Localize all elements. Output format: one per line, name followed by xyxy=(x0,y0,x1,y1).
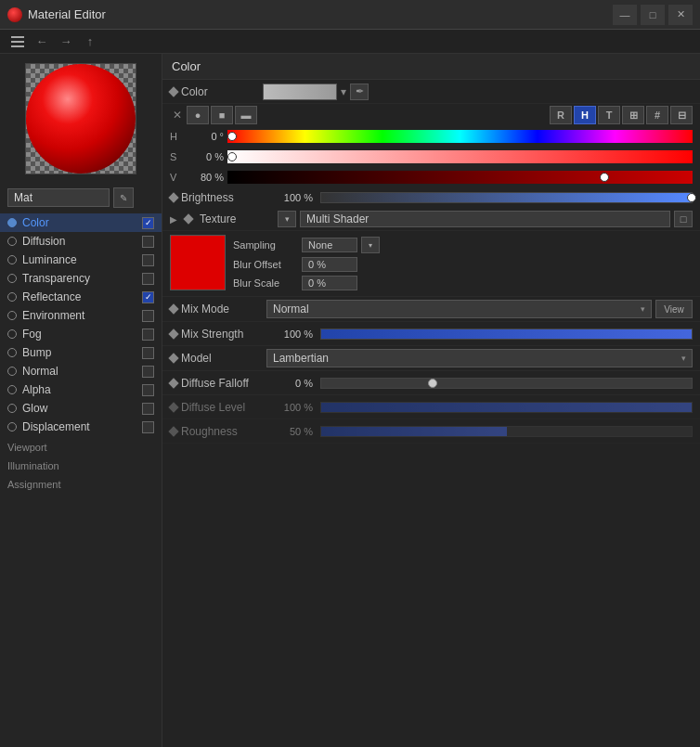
sampling-dropdown-button[interactable]: ▾ xyxy=(361,237,380,253)
eyedropper-button[interactable]: ✒ xyxy=(350,84,369,100)
channel-checkbox-glow[interactable] xyxy=(142,403,154,415)
maximize-button[interactable]: □ xyxy=(641,5,665,25)
brightness-slider[interactable] xyxy=(320,192,693,203)
channel-checkbox-diffusion[interactable] xyxy=(142,236,154,248)
roughness-value: 50 % xyxy=(266,426,313,437)
channel-item-color[interactable]: Color xyxy=(0,213,162,232)
channel-item-reflectance[interactable]: Reflectance xyxy=(0,288,162,306)
material-name-input[interactable] xyxy=(7,188,110,207)
texture-folder-button[interactable]: □ xyxy=(674,211,693,227)
nav-back-button[interactable]: ← xyxy=(32,32,52,51)
nav-up-button[interactable]: ↑ xyxy=(80,32,100,51)
roughness-slider xyxy=(320,426,693,437)
section-label-illumination[interactable]: Illumination xyxy=(0,455,162,473)
color-dropdown-arrow[interactable]: ▾ xyxy=(341,85,346,98)
channel-item-transparency[interactable]: Transparency xyxy=(0,269,162,288)
channel-item-diffusion[interactable]: Diffusion xyxy=(0,232,162,251)
channel-item-fog[interactable]: Fog xyxy=(0,325,162,343)
channel-checkbox-fog[interactable] xyxy=(142,328,154,341)
channel-checkbox-displacement[interactable] xyxy=(142,421,154,433)
close-button[interactable]: ✕ xyxy=(668,5,693,25)
s-slider[interactable] xyxy=(227,150,693,163)
hamburger-line-3 xyxy=(11,45,24,47)
color-mode-gradient[interactable]: ▬ xyxy=(235,106,257,124)
channel-checkbox-environment[interactable] xyxy=(142,310,154,322)
model-arrow: ▾ xyxy=(681,354,686,363)
channel-checkbox-transparency[interactable] xyxy=(142,273,154,285)
hamburger-menu-button[interactable] xyxy=(7,32,28,51)
sphere-ball xyxy=(26,64,136,174)
brightness-row: Brightness 100 % xyxy=(162,187,700,208)
texture-dropdown-button[interactable]: ▾ xyxy=(278,211,296,227)
blur-scale-row: Blur Scale 0 % xyxy=(233,274,693,292)
color-channel-h[interactable]: H xyxy=(574,106,596,124)
diamond-icon-mix-mode xyxy=(168,303,178,314)
model-select[interactable]: Lambertian ▾ xyxy=(266,349,693,367)
channel-checkbox-bump[interactable] xyxy=(142,347,154,359)
color-swatch[interactable] xyxy=(263,84,337,100)
channel-item-environment[interactable]: Environment xyxy=(0,306,162,325)
material-preview[interactable] xyxy=(25,63,136,174)
mix-strength-value: 100 % xyxy=(266,328,313,340)
mix-mode-select[interactable]: Normal ▾ xyxy=(266,300,652,318)
color-channel-r[interactable]: R xyxy=(550,106,572,124)
texture-properties: Sampling None ▾ Blur Offset 0 % Blur Sca… xyxy=(233,235,693,292)
material-name-container: ✎ xyxy=(0,184,162,212)
mix-strength-label: Mix Strength xyxy=(170,328,263,341)
sat-gradient xyxy=(227,150,693,163)
texture-shader-name: Multi Shader xyxy=(300,211,670,227)
channel-label-alpha: Alpha xyxy=(22,383,136,396)
color-close-button[interactable]: ✕ xyxy=(170,108,185,122)
v-slider[interactable] xyxy=(227,171,693,184)
panel-container: ✎ Color Diffusion Luminance xyxy=(0,54,700,747)
mix-mode-arrow: ▾ xyxy=(641,304,645,314)
section-label-assignment[interactable]: Assignment xyxy=(0,473,162,492)
channel-dot-reflectance xyxy=(7,292,17,302)
channel-item-bump[interactable]: Bump xyxy=(0,343,162,362)
color-mode-square[interactable]: ■ xyxy=(211,106,233,124)
mix-mode-row: Mix Mode Normal ▾ View xyxy=(162,297,700,322)
channel-item-luminance[interactable]: Luminance xyxy=(0,251,162,269)
title-bar-buttons: — □ ✕ xyxy=(613,5,693,25)
nav-forward-button[interactable]: → xyxy=(56,32,76,51)
blur-offset-value: 0 % xyxy=(302,257,357,272)
color-channel-minus[interactable]: ⊟ xyxy=(670,106,693,124)
diffuse-falloff-slider[interactable] xyxy=(320,378,693,389)
color-channel-grid[interactable]: ⊞ xyxy=(622,106,644,124)
section-label-viewport[interactable]: Viewport xyxy=(0,436,162,455)
main-container: ✎ Color Diffusion Luminance xyxy=(0,54,700,747)
diffuse-level-label: Diffuse Level xyxy=(170,401,263,414)
channel-label-color: Color xyxy=(22,216,136,229)
channel-item-glow[interactable]: Glow xyxy=(0,399,162,418)
hue-gradient xyxy=(227,130,693,143)
title-bar: Material Editor — □ ✕ xyxy=(0,0,700,30)
color-channel-t[interactable]: T xyxy=(598,106,620,124)
color-mode-buttons-row: ✕ ● ■ ▬ R H T ⊞ # ⊟ xyxy=(162,104,700,126)
section-title: Color xyxy=(172,59,201,73)
channel-item-normal[interactable]: Normal xyxy=(0,362,162,380)
mix-mode-value: Normal xyxy=(273,303,309,316)
minimize-button[interactable]: — xyxy=(613,5,637,25)
left-panel: ✎ Color Diffusion Luminance xyxy=(0,54,162,747)
texture-expand-arrow[interactable]: ▶ xyxy=(170,214,181,225)
channel-checkbox-color[interactable] xyxy=(142,217,154,229)
channel-dot-glow xyxy=(7,404,17,413)
channel-checkbox-normal[interactable] xyxy=(142,366,154,378)
mix-mode-view-button[interactable]: View xyxy=(655,300,693,318)
material-name-edit-button[interactable]: ✎ xyxy=(113,187,134,208)
sampling-row: Sampling None ▾ xyxy=(233,235,693,255)
hue-row: H 0 ° xyxy=(162,126,700,147)
channel-checkbox-luminance[interactable] xyxy=(142,254,154,266)
color-mode-circle[interactable]: ● xyxy=(187,106,209,124)
color-channel-hash[interactable]: # xyxy=(646,106,668,124)
channel-checkbox-reflectance[interactable] xyxy=(142,291,154,303)
channel-item-displacement[interactable]: Displacement xyxy=(0,418,162,436)
channel-dot-fog xyxy=(7,329,17,339)
mix-strength-slider[interactable] xyxy=(320,328,693,340)
h-slider[interactable] xyxy=(227,130,693,143)
channel-label-reflectance: Reflectance xyxy=(22,290,136,303)
channel-label-environment: Environment xyxy=(22,309,136,322)
channel-item-alpha[interactable]: Alpha xyxy=(0,380,162,399)
channel-dot-normal xyxy=(7,367,17,376)
channel-checkbox-alpha[interactable] xyxy=(142,384,154,396)
